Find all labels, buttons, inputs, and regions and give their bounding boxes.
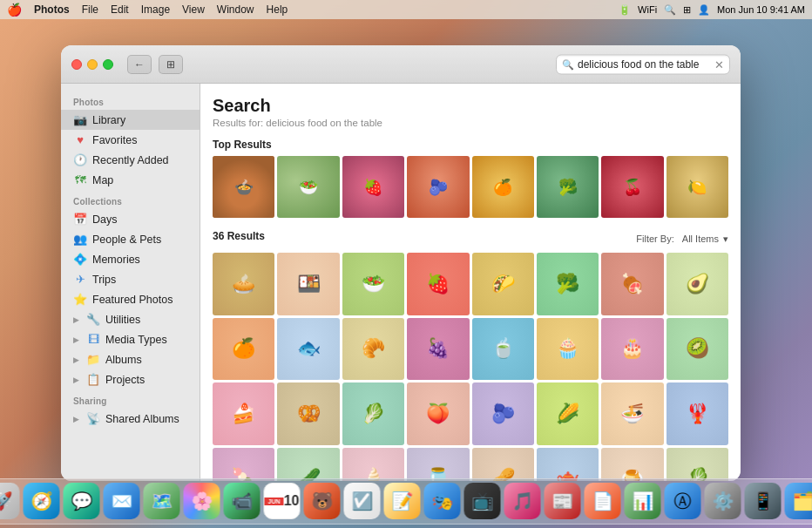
dock-reminders[interactable]: ☑️ — [344, 483, 381, 519]
menubar-file[interactable]: File — [82, 3, 98, 16]
dock-numbers[interactable]: 📊 — [625, 483, 661, 519]
result-item-13[interactable]: 🍵 — [472, 318, 534, 380]
sidebar-item-media-types[interactable]: ▶ 🎞 Media Types — [61, 329, 200, 349]
dock-mail[interactable]: ✉️ — [104, 483, 140, 519]
result-item-21[interactable]: 🫐 — [472, 382, 534, 444]
dock-sysprefs[interactable]: ⚙️ — [705, 483, 741, 519]
search-clear-button[interactable]: ✕ — [714, 58, 724, 71]
menubar-help[interactable]: Help — [267, 3, 288, 16]
result-item-12[interactable]: 🍇 — [407, 318, 469, 380]
back-button[interactable]: ← — [127, 55, 152, 74]
dock-keynote[interactable]: 🎭 — [424, 483, 461, 519]
dock-facetime[interactable]: 📹 — [224, 483, 261, 519]
top-result-1[interactable]: 🍲 — [213, 156, 274, 218]
result-item-3[interactable]: 🥗 — [342, 253, 404, 315]
top-result-6[interactable]: 🥦 — [537, 156, 599, 218]
top-result-3[interactable]: 🍓 — [342, 156, 404, 218]
result-item-7[interactable]: 🍖 — [601, 253, 663, 315]
dock-maps[interactable]: 🗺️ — [144, 483, 180, 519]
result-item-8[interactable]: 🥑 — [667, 253, 728, 315]
result-item-9[interactable]: 🍊 — [213, 318, 274, 380]
sidebar-item-trips[interactable]: ✈ Trips — [61, 269, 200, 289]
top-result-8[interactable]: 🍋 — [667, 156, 728, 218]
calendar-month: JUN — [265, 498, 284, 505]
result-item-26[interactable]: 🥒 — [277, 448, 339, 482]
sidebar-shared-albums-text: Shared Albums — [105, 413, 179, 425]
menubar-window[interactable]: Window — [217, 3, 254, 16]
top-result-4[interactable]: 🫐 — [407, 156, 469, 218]
result-item-18[interactable]: 🥨 — [277, 382, 339, 444]
sidebar-item-utilities[interactable]: ▶ 🔧 Utilities — [61, 309, 200, 329]
dock-pages[interactable]: 📄 — [585, 483, 621, 519]
dock-news[interactable]: 📰 — [545, 483, 581, 519]
dock-safari[interactable]: 🧭 — [24, 483, 60, 519]
sidebar-item-library[interactable]: 📷 Library — [61, 110, 200, 130]
dock-appstore[interactable]: Ⓐ — [665, 483, 701, 519]
result-item-2[interactable]: 🍱 — [277, 253, 339, 315]
minimize-button[interactable] — [87, 59, 98, 70]
close-button[interactable] — [71, 59, 82, 70]
menubar-image[interactable]: Image — [141, 3, 170, 16]
result-item-1[interactable]: 🥧 — [213, 253, 274, 315]
result-item-25[interactable]: 🍡 — [213, 448, 274, 482]
menubar-app-name[interactable]: Photos — [34, 3, 70, 16]
result-item-20[interactable]: 🍑 — [407, 382, 469, 444]
sidebar-item-map[interactable]: 🗺 Map — [61, 170, 200, 190]
result-item-27[interactable]: 🍦 — [342, 448, 404, 482]
top-result-2[interactable]: 🥗 — [277, 156, 339, 218]
result-item-31[interactable]: 🍮 — [601, 448, 663, 482]
search-input[interactable]: delicious food on the table — [578, 58, 712, 71]
dock-bear[interactable]: 🐻 — [304, 483, 341, 519]
result-item-32[interactable]: 🥬 — [667, 448, 728, 482]
dock-appletv[interactable]: 📺 — [464, 483, 501, 519]
filter-button[interactable]: Filter By: All Items ▾ — [636, 234, 728, 245]
result-item-17[interactable]: 🍰 — [213, 382, 274, 444]
result-item-15[interactable]: 🎂 — [601, 318, 663, 380]
apple-menu[interactable]: 🍎 — [7, 3, 22, 17]
result-item-14[interactable]: 🧁 — [537, 318, 599, 380]
sidebar-item-days[interactable]: 📅 Days — [61, 209, 200, 229]
sidebar-people-text: People & Pets — [92, 234, 161, 246]
sidebar-item-projects[interactable]: ▶ 📋 Projects — [61, 369, 200, 389]
layout-button[interactable]: ⊞ — [159, 55, 183, 74]
result-item-22[interactable]: 🌽 — [537, 382, 599, 444]
menubar-control[interactable]: ⊞ — [683, 4, 691, 16]
top-result-7[interactable]: 🍒 — [601, 156, 663, 218]
result-item-4[interactable]: 🍓 — [407, 253, 469, 315]
result-item-16[interactable]: 🥝 — [667, 318, 728, 380]
menubar-view[interactable]: View — [182, 3, 205, 16]
result-item-23[interactable]: 🍜 — [601, 382, 663, 444]
menubar-search[interactable]: 🔍 — [664, 4, 676, 16]
dock-music[interactable]: 🎵 — [504, 483, 541, 519]
result-item-10[interactable]: 🐟 — [277, 318, 339, 380]
dock-launchpad[interactable]: 🚀 — [0, 483, 20, 519]
result-item-29[interactable]: 🥜 — [472, 448, 534, 482]
sidebar-item-albums[interactable]: ▶ 📁 Albums — [61, 349, 200, 369]
dock-messages[interactable]: 💬 — [64, 483, 100, 519]
traffic-lights — [71, 59, 113, 70]
dock-files[interactable]: 🗂️ — [785, 483, 813, 519]
result-item-5[interactable]: 🌮 — [472, 253, 534, 315]
result-photo-9: 🍊 — [232, 337, 255, 360]
top-result-5[interactable]: 🍊 — [472, 156, 534, 218]
result-item-19[interactable]: 🥬 — [342, 382, 404, 444]
result-item-11[interactable]: 🥐 — [342, 318, 404, 380]
menubar-edit[interactable]: Edit — [111, 3, 129, 16]
recently-added-icon: 🕐 — [73, 153, 87, 166]
dock-photos[interactable]: 🌸 — [184, 483, 220, 519]
sidebar-item-featured[interactable]: ⭐ Featured Photos — [61, 289, 200, 309]
dock-notes[interactable]: 📝 — [384, 483, 421, 519]
result-item-6[interactable]: 🥦 — [537, 253, 599, 315]
sidebar-item-shared-albums[interactable]: ▶ 📡 Shared Albums — [61, 409, 200, 429]
sidebar-item-people-pets[interactable]: 👥 People & Pets — [61, 229, 200, 249]
dock-calendar[interactable]: JUN 10 — [264, 483, 301, 519]
result-item-30[interactable]: 🫖 — [537, 448, 599, 482]
dock-iphone[interactable]: 📱 — [745, 483, 782, 519]
search-bar[interactable]: 🔍 delicious food on the table ✕ — [556, 54, 730, 74]
sidebar-item-recently-added[interactable]: 🕐 Recently Added — [61, 150, 200, 170]
result-item-28[interactable]: 🫙 — [407, 448, 469, 482]
sidebar-item-memories[interactable]: 💠 Memories — [61, 249, 200, 269]
result-item-24[interactable]: 🦞 — [667, 382, 728, 444]
maximize-button[interactable] — [103, 59, 113, 70]
sidebar-item-favorites[interactable]: ♥ Favorites — [61, 130, 200, 150]
